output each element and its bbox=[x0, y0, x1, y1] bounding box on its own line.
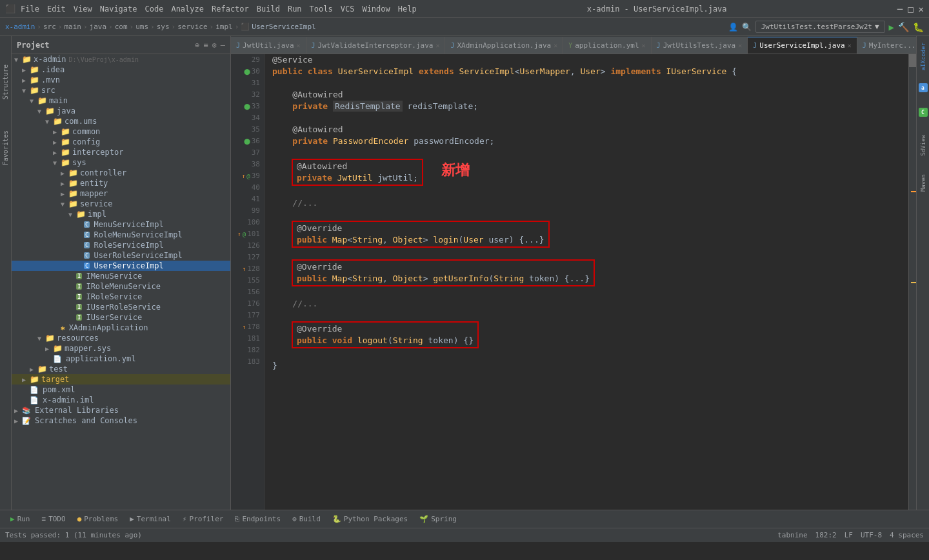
tree-src-label[interactable]: src bbox=[41, 86, 55, 95]
sidebar-collapse-icon[interactable]: ≡ bbox=[203, 41, 208, 50]
tree-root[interactable]: ▼ 📁 x-admin D:\VueProj\x-admin bbox=[12, 54, 230, 65]
tree-irolemenuservice-label[interactable]: IRoleMenuService bbox=[86, 282, 161, 291]
tree-rolemenuserviceimpl[interactable]: ▶ C RoleMenuServiceImpl bbox=[12, 230, 230, 240]
tab-applicationyml[interactable]: Y application.yml ✕ bbox=[563, 37, 651, 54]
tree-irolemenuservice[interactable]: ▶ I IRoleMenuService bbox=[12, 281, 230, 292]
tree-xadminapplication[interactable]: ▶ ✱ XAdminApplication bbox=[12, 323, 230, 333]
build-button[interactable]: 🔨 bbox=[898, 22, 909, 32]
window-controls[interactable]: ─ □ ✕ bbox=[897, 4, 924, 14]
menu-window[interactable]: Window bbox=[362, 5, 390, 14]
tree-iuserservice[interactable]: ▶ I IUserService bbox=[12, 312, 230, 323]
tab-userserviceimpl-close[interactable]: ✕ bbox=[848, 42, 852, 49]
tree-common[interactable]: ▶ 📁 common bbox=[12, 126, 230, 137]
run-config[interactable]: JwtUtilsTest.testParseJw2t ▼ bbox=[755, 21, 885, 33]
sidebar-close-icon[interactable]: — bbox=[221, 41, 225, 50]
menu-refactor[interactable]: Refactor bbox=[212, 5, 249, 14]
tab-applicationyml-close[interactable]: ✕ bbox=[642, 42, 646, 49]
tree-applicationyml[interactable]: ▶ 📄 application.yml bbox=[12, 354, 230, 364]
breadcrumb-sys[interactable]: sys bbox=[157, 23, 170, 31]
tab-jwtutil[interactable]: J JwtUtil.java ✕ bbox=[231, 37, 306, 54]
tree-userserviceimpl-label[interactable]: UserServiceImpl bbox=[94, 261, 163, 270]
menu-tools[interactable]: Tools bbox=[310, 5, 333, 14]
tree-config-label[interactable]: config bbox=[72, 137, 100, 146]
tab-myinterc[interactable]: J MyInterc... ✕ bbox=[857, 37, 916, 54]
scrollbar-track[interactable] bbox=[908, 54, 916, 510]
tab-xadminapplication[interactable]: J XAdminApplication.java ✕ bbox=[445, 37, 563, 54]
tree-imenuservice[interactable]: ▶ I IMenuService bbox=[12, 271, 230, 281]
tree-xadminiml-label[interactable]: x-admin.iml bbox=[43, 395, 94, 405]
run-button[interactable]: ▶ bbox=[889, 22, 894, 32]
tree-mvn[interactable]: ▶ 📁 .mvn bbox=[12, 75, 230, 85]
tree-main-label[interactable]: main bbox=[49, 96, 68, 105]
tree-sys[interactable]: ▼ 📁 sys bbox=[12, 157, 230, 168]
tree-main[interactable]: ▼ 📁 main bbox=[12, 95, 230, 106]
menu-bar[interactable]: File Edit View Navigate Code Analyze Ref… bbox=[21, 5, 417, 14]
tree-target[interactable]: ▶ 📁 target bbox=[12, 374, 230, 385]
tab-jwtvalidate[interactable]: J JwtValidateInterceptor.java ✕ bbox=[306, 37, 446, 54]
tree-roleserviceimpl[interactable]: ▶ C RoleServiceImpl bbox=[12, 240, 230, 250]
menu-view[interactable]: View bbox=[74, 5, 92, 14]
minimize-button[interactable]: ─ bbox=[897, 4, 903, 14]
tree-mapper[interactable]: ▶ 📁 mapper bbox=[12, 188, 230, 199]
bottom-tab-todo[interactable]: ≡ TODO bbox=[37, 514, 71, 525]
tree-comums-label[interactable]: com.ums bbox=[65, 117, 97, 126]
breadcrumb-impl[interactable]: impl bbox=[215, 23, 233, 31]
tree-test[interactable]: ▶ 📁 test bbox=[12, 364, 230, 374]
structure-panel-label[interactable]: Structure bbox=[2, 62, 9, 102]
tree-iuserroleservice-label[interactable]: IUserRoleService bbox=[86, 303, 161, 312]
tree-common-label[interactable]: common bbox=[72, 127, 100, 136]
tab-xadminapplication-close[interactable]: ✕ bbox=[554, 42, 557, 49]
code-editor[interactable]: 29 ⬤30 31 32 ⬤33 34 35 ⬤36 37 38 ↑ @ bbox=[231, 54, 916, 510]
tree-scratches[interactable]: ▶ 📝 Scratches and Consoles bbox=[12, 415, 230, 426]
tab-jwtutil-close[interactable]: ✕ bbox=[297, 42, 301, 49]
code-text-area[interactable]: @Service public class UserServiceImpl ex… bbox=[265, 54, 908, 510]
tree-config[interactable]: ▶ 📁 config bbox=[12, 137, 230, 147]
tree-userroleserviceimpl[interactable]: ▶ C UserRoleServiceImpl bbox=[12, 250, 230, 261]
close-button[interactable]: ✕ bbox=[919, 4, 924, 14]
bottom-tab-build[interactable]: ⚙ Build bbox=[287, 514, 326, 525]
tree-idea[interactable]: ▶ 📁 .idea bbox=[12, 65, 230, 75]
tree-userroleserviceimpl-label[interactable]: UserRoleServiceImpl bbox=[94, 251, 182, 260]
breadcrumb-userserviceimpl[interactable]: UserServiceImpl bbox=[252, 23, 315, 31]
search-icon[interactable]: 🔍 bbox=[742, 23, 752, 32]
tree-root-label[interactable]: x-admin bbox=[34, 55, 66, 64]
vcs-icon[interactable]: 👤 bbox=[728, 23, 738, 32]
colla-icon[interactable]: C bbox=[919, 108, 928, 117]
breadcrumb-com[interactable]: com bbox=[115, 23, 128, 31]
tree-impl[interactable]: ▼ 📁 impl bbox=[12, 209, 230, 219]
menu-vcs[interactable]: VCS bbox=[341, 5, 355, 14]
tree-impl-label[interactable]: impl bbox=[88, 210, 106, 219]
menu-navigate[interactable]: Navigate bbox=[100, 5, 137, 14]
tree-userserviceimpl[interactable]: ▶ C UserServiceImpl bbox=[12, 261, 230, 271]
tree-mvn-label[interactable]: .mvn bbox=[41, 75, 60, 85]
tree-resources-label[interactable]: resources bbox=[57, 334, 99, 343]
tab-jwtutilstest[interactable]: J JwtUtilsTest.java ✕ bbox=[652, 37, 748, 54]
menu-analyze[interactable]: Analyze bbox=[171, 5, 204, 14]
bottom-tab-spring[interactable]: 🌱 Spring bbox=[414, 514, 462, 525]
tree-iuserservice-label[interactable]: IUserService bbox=[86, 313, 142, 322]
tree-iroleservice[interactable]: ▶ I IRoleService bbox=[12, 292, 230, 302]
bottom-tab-problems[interactable]: ● Problems bbox=[72, 514, 124, 525]
tree-interceptor[interactable]: ▶ 📁 interceptor bbox=[12, 147, 230, 157]
maximize-button[interactable]: □ bbox=[908, 4, 913, 14]
tree-java[interactable]: ▼ 📁 java bbox=[12, 106, 230, 116]
tree-imenuservice-label[interactable]: IMenuService bbox=[86, 272, 142, 281]
menu-edit[interactable]: Edit bbox=[47, 5, 66, 14]
tree-scratches-label[interactable]: Scratches and Consoles bbox=[35, 416, 137, 425]
bottom-tab-endpoints[interactable]: ⎘ Endpoints bbox=[230, 514, 286, 525]
sidebar-expand-icon[interactable]: ⊕ bbox=[195, 41, 199, 50]
tree-service[interactable]: ▼ 📁 service bbox=[12, 199, 230, 209]
tree-extlibs[interactable]: ▶ 📚 External Libraries bbox=[12, 405, 230, 415]
tree-idea-label[interactable]: .idea bbox=[41, 65, 65, 74]
breadcrumb-service[interactable]: service bbox=[177, 23, 207, 31]
sidebar-settings-icon[interactable]: ⚙ bbox=[212, 41, 217, 50]
chevron-down-icon[interactable]: ▼ bbox=[875, 23, 879, 31]
breadcrumb-java[interactable]: java bbox=[90, 23, 107, 31]
tree-target-label[interactable]: target bbox=[41, 375, 69, 384]
menu-run[interactable]: Run bbox=[288, 5, 302, 14]
scrollbar-thumb[interactable] bbox=[909, 54, 916, 67]
tree-test-label[interactable]: test bbox=[49, 365, 68, 374]
tree-interceptor-label[interactable]: interceptor bbox=[72, 148, 123, 157]
tree-menuserviceimpl[interactable]: ▶ C MenuServiceImpl bbox=[12, 219, 230, 230]
tree-xadminapplication-label[interactable]: XAdminApplication bbox=[69, 323, 148, 332]
